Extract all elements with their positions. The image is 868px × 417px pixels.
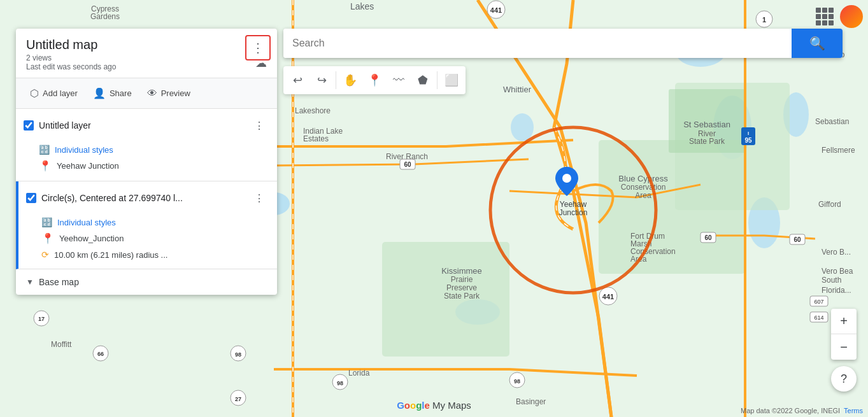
preview-icon: 👁 <box>147 88 157 99</box>
svg-text:Fellsmere: Fellsmere <box>822 146 855 155</box>
svg-text:Gardens: Gardens <box>90 12 120 21</box>
preview-label: Preview <box>161 88 190 98</box>
logo-e: e <box>425 400 430 411</box>
layer-1-header: Untitled layer ⋮ <box>16 109 277 142</box>
svg-text:Conservation: Conservation <box>621 183 666 192</box>
svg-text:60: 60 <box>404 161 411 168</box>
style-icon-2: 🔡 <box>41 217 52 227</box>
svg-text:Kissimmee: Kissimmee <box>441 266 482 276</box>
svg-text:60: 60 <box>704 234 712 241</box>
sidebar-toolbar: ⬡ Add layer 👤 Share 👁 Preview <box>16 78 277 109</box>
svg-text:95: 95 <box>744 137 752 144</box>
measure-button[interactable]: ⬜ <box>440 69 463 92</box>
layers-icon: ⬡ <box>30 87 39 99</box>
map-attribution: Map data ©2022 Google, INEGI Terms <box>741 407 863 414</box>
logo-o1: o <box>404 400 410 411</box>
attribution-text: Map data ©2022 Google, INEGI <box>741 407 840 414</box>
svg-text:Whittier: Whittier <box>503 85 532 94</box>
zoom-in-button[interactable]: + <box>831 309 857 334</box>
svg-text:17: 17 <box>38 316 45 322</box>
map-tools-bar: ↩ ↪ ✋ 📍 〰 ⬟ ⬜ <box>283 66 466 94</box>
logo-o2: o <box>410 400 416 411</box>
location-pin-icon-2: 📍 <box>41 232 54 244</box>
svg-text:27: 27 <box>235 396 241 402</box>
layer-1-name: Untitled layer <box>39 120 244 131</box>
svg-text:South: South <box>822 276 841 285</box>
svg-text:98: 98 <box>514 378 520 385</box>
svg-text:607: 607 <box>814 299 823 305</box>
svg-text:Lakeshore: Lakeshore <box>295 106 331 115</box>
svg-text:Estates: Estates <box>303 134 329 143</box>
svg-text:State Park: State Park <box>444 292 480 300</box>
svg-point-83 <box>562 174 571 183</box>
marker-button[interactable]: 📍 <box>363 69 386 92</box>
line-button[interactable]: 〰 <box>387 69 410 92</box>
add-layer-label: Add layer <box>43 88 78 98</box>
layer-2-style[interactable]: 🔡 Individual styles <box>41 215 269 230</box>
layer-2-menu-button[interactable]: ⋮ <box>249 188 269 208</box>
layer-1-checkbox[interactable] <box>24 120 34 131</box>
cloud-save-icon: ☁ <box>255 56 267 70</box>
terms-link[interactable]: Terms <box>844 407 863 414</box>
user-avatar[interactable] <box>840 5 863 28</box>
svg-text:66: 66 <box>97 351 104 357</box>
layer-2-radius: ⟳ 10.00 km (6.21 miles) radius ... <box>41 247 269 262</box>
svg-point-7 <box>511 113 534 141</box>
location-pin-icon: 📍 <box>39 160 52 172</box>
grid-icon <box>816 8 834 25</box>
separator-2 <box>437 71 438 89</box>
svg-text:Florida...: Florida... <box>822 286 851 295</box>
layer-1-location-1[interactable]: 📍 Yeehaw Junction <box>39 157 269 174</box>
views-count: 2 views <box>26 53 52 62</box>
layers-list: Untitled layer ⋮ 🔡 Individual styles 📍 Y… <box>16 109 277 295</box>
basemap-label: Base map <box>39 277 79 287</box>
map-meta: 2 views Last edit was seconds ago <box>26 53 267 71</box>
layer-2: Circle(s), Centered at 27.699740 l... ⋮ … <box>16 181 277 269</box>
svg-text:441: 441 <box>602 293 614 300</box>
radius-label: 10.00 km (6.21 miles) radius ... <box>54 250 167 260</box>
svg-text:Sebastian: Sebastian <box>815 117 849 126</box>
zoom-controls: + − <box>831 309 857 360</box>
layer-1-menu-button[interactable]: ⋮ <box>249 115 269 136</box>
preview-button[interactable]: 👁 Preview <box>141 84 197 103</box>
search-button[interactable]: 🔍 <box>792 29 843 58</box>
basemap-section[interactable]: ▼ Base map <box>16 269 277 295</box>
add-layer-button[interactable]: ⬡ Add layer <box>24 83 84 103</box>
style-icon: 🔡 <box>39 145 50 155</box>
layer-2-checkbox[interactable] <box>26 193 36 203</box>
share-icon: 👤 <box>93 87 106 99</box>
route-button[interactable]: ⬟ <box>411 69 434 92</box>
svg-text:Lorida: Lorida <box>348 369 370 378</box>
svg-text:Yeehaw: Yeehaw <box>560 200 587 209</box>
svg-text:Junction: Junction <box>559 208 588 217</box>
undo-button[interactable]: ↩ <box>286 69 309 92</box>
redo-button[interactable]: ↪ <box>310 69 333 92</box>
apps-icon[interactable] <box>815 6 835 27</box>
svg-text:1: 1 <box>762 16 766 24</box>
svg-text:98: 98 <box>337 380 343 386</box>
three-dots-icon: ⋮ <box>252 40 265 55</box>
search-icon: 🔍 <box>809 36 825 51</box>
svg-text:441: 441 <box>490 6 502 14</box>
zoom-out-button[interactable]: − <box>831 334 857 360</box>
location-1-label: Yeehaw Junction <box>57 161 119 171</box>
layer-1-style-label: Individual styles <box>55 145 113 155</box>
svg-text:Preserve: Preserve <box>446 283 477 292</box>
search-input[interactable] <box>283 29 792 58</box>
svg-text:State Park: State Park <box>689 137 725 146</box>
sidebar-header: Untitled map 2 views Last edit was secon… <box>16 29 277 78</box>
svg-text:98: 98 <box>235 351 241 358</box>
layer-2-name: Circle(s), Centered at 27.699740 l... <box>41 193 244 203</box>
svg-text:Lakes: Lakes <box>350 1 374 11</box>
hand-tool-button[interactable]: ✋ <box>339 69 362 92</box>
layer-2-location-1[interactable]: 📍 Yeehow_Junction <box>41 230 269 247</box>
help-button[interactable]: ? <box>831 366 857 392</box>
share-button[interactable]: 👤 Share <box>87 83 138 103</box>
svg-text:I: I <box>748 131 749 136</box>
layer-1-style[interactable]: 🔡 Individual styles <box>39 142 269 157</box>
svg-text:60: 60 <box>793 236 801 243</box>
separator <box>336 71 336 89</box>
logo-g2: g <box>416 400 422 411</box>
google-mymaps-logo: Google My Maps <box>397 400 471 411</box>
svg-text:Moffitt: Moffitt <box>51 340 72 349</box>
